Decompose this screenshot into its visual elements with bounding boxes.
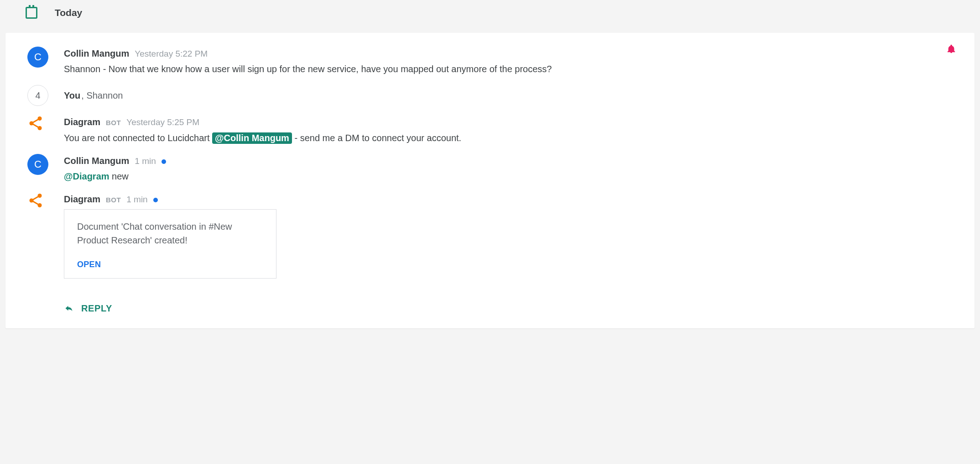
document-card: Document 'Chat conversation in #New Prod…	[64, 209, 276, 279]
read-receipt-row: 4 You, Shannon	[5, 84, 975, 114]
avatar[interactable]: C	[27, 154, 48, 175]
reply-arrow-icon	[64, 304, 74, 312]
timestamp: 1 min	[126, 193, 147, 206]
date-label: Today	[55, 5, 82, 20]
read-you: You	[64, 89, 80, 102]
new-dot-icon	[153, 198, 158, 202]
message-text: Shannon - Now that we know how a user wi…	[64, 62, 953, 76]
timestamp: Yesterday 5:22 PM	[135, 47, 208, 61]
message-row: C Collin Mangum 1 min @Diagram new	[5, 153, 975, 192]
message-text: @Diagram new	[64, 169, 953, 183]
author-name[interactable]: Diagram	[64, 192, 100, 206]
author-name[interactable]: Collin Mangum	[64, 47, 129, 60]
document-card-text: Document 'Chat conversation in #New Prod…	[77, 220, 263, 247]
share-icon[interactable]	[27, 115, 44, 135]
author-name[interactable]: Diagram	[64, 115, 100, 129]
read-others: , Shannon	[81, 89, 123, 102]
svg-rect-4	[31, 123, 39, 128]
date-header: Today	[0, 0, 980, 26]
timestamp: Yesterday 5:25 PM	[126, 116, 199, 129]
message-row: Diagram BOT Yesterday 5:25 PM You are no…	[5, 114, 975, 153]
new-dot-icon	[162, 159, 166, 164]
message-row: C Collin Mangum Yesterday 5:22 PM Shanno…	[5, 46, 975, 84]
open-document-button[interactable]: OPEN	[77, 260, 101, 269]
reply-label: REPLY	[81, 303, 112, 314]
calendar-icon	[26, 7, 37, 19]
reply-row: REPLY	[5, 287, 975, 317]
svg-rect-9	[31, 200, 39, 206]
mention-pill[interactable]: @Collin Mangum	[212, 132, 292, 144]
notification-bell-icon[interactable]	[946, 44, 956, 55]
message-text: You are not connected to Lucidchart @Col…	[64, 131, 953, 145]
avatar[interactable]: C	[27, 47, 48, 68]
share-icon[interactable]	[27, 192, 44, 212]
message-row: Diagram BOT 1 min Document 'Chat convers…	[5, 191, 975, 287]
avatar-count[interactable]: 4	[27, 85, 48, 106]
timestamp: 1 min	[135, 155, 156, 168]
thread-card: C Collin Mangum Yesterday 5:22 PM Shanno…	[5, 33, 975, 328]
mention-link[interactable]: @Diagram	[64, 171, 109, 181]
bot-badge: BOT	[106, 118, 121, 128]
author-name[interactable]: Collin Mangum	[64, 154, 129, 168]
bot-badge: BOT	[106, 195, 121, 206]
reply-button[interactable]: REPLY	[64, 303, 112, 314]
